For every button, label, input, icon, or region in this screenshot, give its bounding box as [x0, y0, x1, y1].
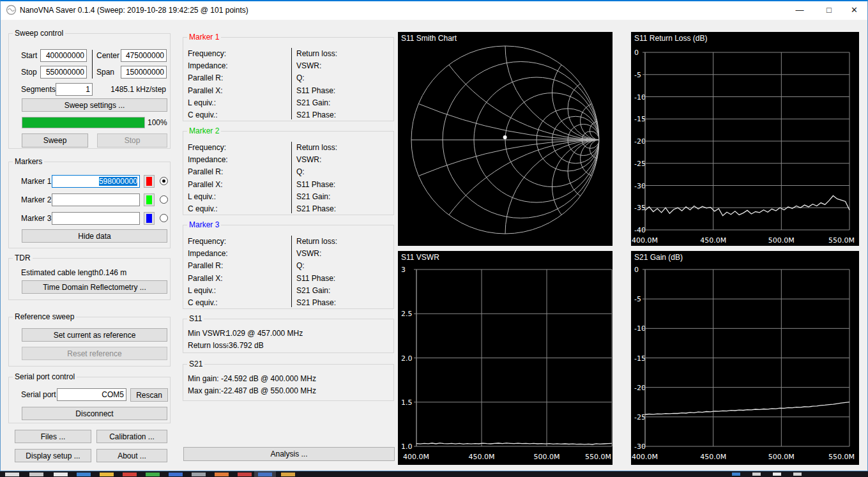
pinned-app-icon[interactable]: [215, 473, 229, 476]
field-label: VSWR:: [296, 248, 337, 260]
tdr-panel: TDR Estimated cable length: 0.146 m Time…: [8, 258, 171, 300]
analysis-button[interactable]: Analysis ...: [183, 447, 395, 461]
rescan-button[interactable]: Rescan: [130, 388, 168, 402]
sweep-button[interactable]: Sweep: [22, 133, 88, 148]
y-tick-label: -15: [634, 354, 646, 363]
x-tick-label: 550.0M: [828, 453, 855, 461]
field-label: Parallel R:: [188, 72, 228, 84]
panel-title: Markers: [13, 157, 44, 167]
field-label: S11 Phase:: [296, 179, 337, 191]
reset-reference-label: Reset reference: [67, 349, 121, 358]
field-label: Parallel R:: [188, 260, 228, 272]
marker-fields-right: Return loss:VSWR:Q:S11 Phase:S21 Gain:S2…: [296, 236, 337, 309]
tdr-button[interactable]: Time Domain Reflectometry ...: [22, 280, 167, 294]
y-tick-label: -10: [634, 93, 646, 102]
field-label: VSWR:: [296, 154, 337, 166]
minimize-button[interactable]: —: [785, 0, 814, 20]
pinned-app-icon[interactable]: [100, 473, 114, 476]
calibration-label: Calibration ...: [109, 432, 155, 441]
disconnect-button[interactable]: Disconnect: [22, 407, 167, 420]
s11-vswr-chart[interactable]: 400.0M450.0M500.0M550.0M32.52.01.51.0 S1…: [398, 251, 613, 465]
s11-return-loss-chart[interactable]: 400.0M450.0M500.0M550.0M0-5-10-15-20-25-…: [631, 32, 859, 246]
field-label: Q:: [296, 260, 337, 272]
maximize-button[interactable]: □: [814, 0, 844, 20]
pinned-app-icon[interactable]: [77, 473, 91, 476]
set-reference-button[interactable]: Set current as reference: [22, 328, 167, 342]
stop-value: 550000000: [46, 68, 84, 77]
x-tick-label: 550.0M: [828, 236, 855, 245]
s11-smith-chart[interactable]: S11 Smith Chart: [398, 32, 613, 246]
close-button[interactable]: ✕: [841, 0, 868, 20]
tray-icon[interactable]: [732, 473, 740, 476]
marker3-radio[interactable]: [160, 214, 168, 222]
field-label: Return loss:: [296, 236, 337, 248]
serial-port-label: Serial port: [21, 390, 56, 399]
marker1-input[interactable]: 598000000: [52, 175, 140, 188]
field-label: Return loss:: [296, 48, 337, 60]
y-tick-label: -5: [634, 71, 641, 79]
field-label: VSWR:: [296, 60, 337, 72]
pinned-app-icon[interactable]: [169, 473, 183, 476]
marker2-input[interactable]: [52, 193, 140, 206]
disconnect-label: Disconnect: [75, 409, 113, 418]
reset-reference-button[interactable]: Reset reference: [22, 347, 167, 360]
span-input[interactable]: 150000000: [121, 66, 167, 79]
pinned-app-icon[interactable]: [123, 473, 137, 476]
field-label: Parallel R:: [188, 166, 228, 178]
segments-input[interactable]: 1: [56, 83, 93, 96]
about-label: About ...: [118, 451, 146, 460]
pinned-app-icon[interactable]: [146, 473, 160, 476]
hide-data-button[interactable]: Hide data: [22, 229, 167, 243]
marker3-input[interactable]: [52, 212, 140, 225]
s21-gain-chart[interactable]: 400.0M450.0M500.0M550.0M0-5-10-15-20-25-…: [631, 251, 859, 465]
start-input[interactable]: 400000000: [40, 49, 87, 62]
pinned-app-icon[interactable]: [238, 473, 252, 476]
y-tick-label: 0: [634, 266, 639, 274]
tray-icon[interactable]: [752, 473, 761, 476]
marker1-label: Marker 1: [21, 177, 51, 186]
display-setup-button[interactable]: Display setup ...: [15, 449, 91, 462]
tray-icon[interactable]: [773, 473, 781, 476]
marker2-radio[interactable]: [160, 195, 168, 204]
stop-input[interactable]: 550000000: [40, 66, 87, 79]
panel-title: Marker 2: [187, 126, 221, 136]
marker1-radio[interactable]: [160, 177, 168, 185]
panel-title: Reference sweep: [13, 312, 76, 322]
panel-title: S11: [187, 314, 204, 324]
center-input[interactable]: 475000000: [121, 49, 167, 62]
sweep-settings-button[interactable]: Sweep settings ...: [22, 98, 167, 112]
field-label: Impedance:: [188, 60, 228, 72]
tray-icon[interactable]: [793, 473, 802, 476]
calibration-button[interactable]: Calibration ...: [96, 430, 167, 443]
marker2-color-button[interactable]: [144, 193, 155, 206]
title-bar: NanoVNA Saver 0.1.4 (Sweep: 2019-10-28 1…: [0, 0, 868, 20]
field-label: L equiv.:: [188, 285, 228, 297]
start-icon[interactable]: [5, 473, 19, 476]
fields-divider: [291, 48, 292, 119]
field-label: Parallel X:: [188, 179, 228, 191]
s11-data-point: [503, 135, 507, 139]
pinned-app-icon[interactable]: [192, 473, 206, 476]
windows-taskbar[interactable]: [0, 471, 868, 477]
marker3-color-button[interactable]: [144, 212, 155, 225]
field-label: S21 Gain:: [296, 97, 337, 109]
stat-label: Return loss:: [188, 340, 226, 352]
serial-port-input[interactable]: COM5: [57, 388, 126, 401]
marker1-color-button[interactable]: [144, 175, 155, 188]
x-tick-label: 450.0M: [700, 236, 726, 245]
pinned-app-icon[interactable]: [281, 473, 295, 476]
marker1-color-chip: [146, 177, 152, 186]
search-icon[interactable]: [29, 473, 43, 476]
files-button[interactable]: Files ...: [15, 430, 91, 443]
y-tick-label: -10: [634, 324, 646, 333]
stop-button[interactable]: Stop: [97, 133, 167, 148]
minimize-icon: —: [796, 5, 804, 15]
display-setup-label: Display setup ...: [26, 451, 80, 460]
task-view-icon[interactable]: [54, 473, 68, 476]
about-button[interactable]: About ...: [96, 449, 167, 462]
panel-title: Marker 1: [187, 33, 221, 42]
field-label: S11 Phase:: [296, 273, 337, 285]
field-label: Q:: [296, 72, 337, 84]
active-app-icon[interactable]: [258, 473, 272, 476]
fields-divider: [291, 142, 292, 213]
